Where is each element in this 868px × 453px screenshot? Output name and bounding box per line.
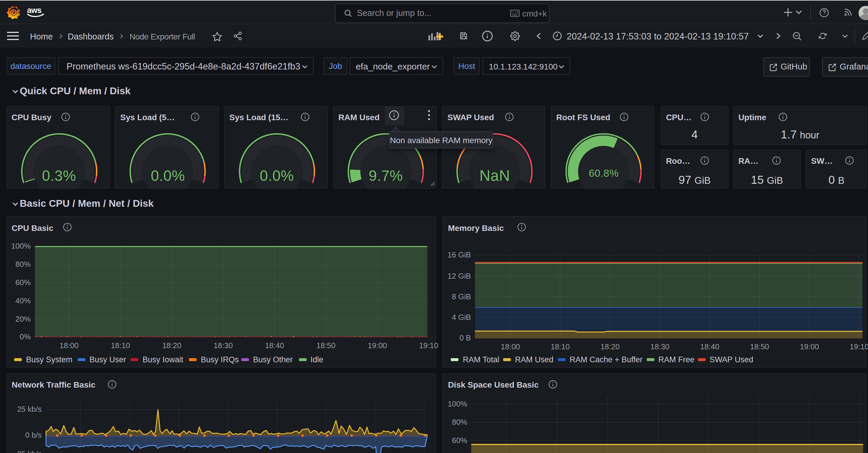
svg-text:aws: aws (27, 7, 41, 15)
